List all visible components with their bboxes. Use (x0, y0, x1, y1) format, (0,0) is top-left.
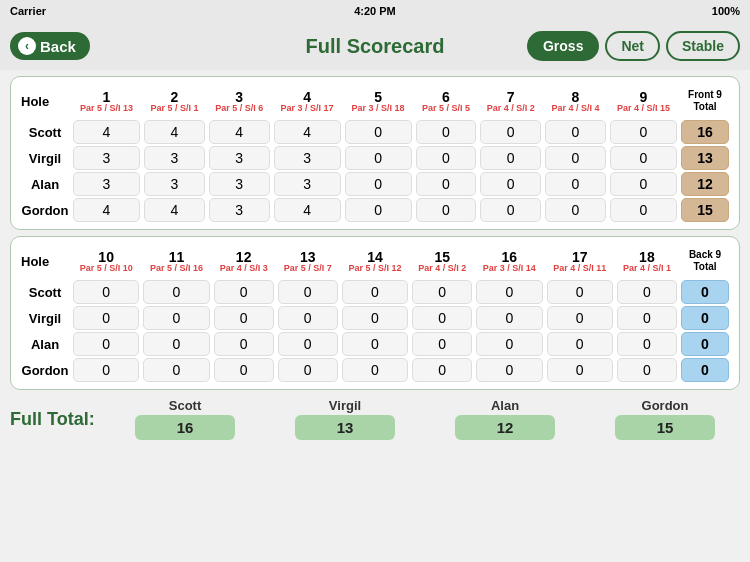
back9-gordon-h15[interactable]: 0 (410, 357, 474, 383)
back9-scott-h16[interactable]: 0 (474, 279, 544, 305)
back9-alan-h12[interactable]: 0 (212, 331, 276, 357)
front9-alan-h1[interactable]: 3 (71, 171, 142, 197)
front9-alan-h2[interactable]: 3 (142, 171, 207, 197)
back9-gordon-h18[interactable]: 0 (615, 357, 679, 383)
header: ‹ Back Full Scorecard Gross Net Stable (0, 22, 750, 70)
hole-col-header: Hole (19, 83, 71, 119)
back9-alan-h13[interactable]: 0 (276, 331, 340, 357)
back-arrow-icon: ‹ (18, 37, 36, 55)
front9-virgil-h6[interactable]: 0 (414, 145, 479, 171)
back9-scott-h18[interactable]: 0 (615, 279, 679, 305)
back-button[interactable]: ‹ Back (10, 32, 90, 60)
back9-scott-h12[interactable]: 0 (212, 279, 276, 305)
back9-gordon-h13[interactable]: 0 (276, 357, 340, 383)
hole-13-header: 13Par 5 / S/I 7 (276, 243, 340, 279)
front9-gordon-h1[interactable]: 4 (71, 197, 142, 223)
back9-virgil-h18[interactable]: 0 (615, 305, 679, 331)
front9-scott-h9[interactable]: 0 (608, 119, 679, 145)
back9-alan-h14[interactable]: 0 (340, 331, 410, 357)
front9-alan-total: 12 (679, 171, 731, 197)
front9-gordon-h2[interactable]: 4 (142, 197, 207, 223)
front9-alan-h9[interactable]: 0 (608, 171, 679, 197)
front9-virgil-h3[interactable]: 3 (207, 145, 272, 171)
back9-scott-h15[interactable]: 0 (410, 279, 474, 305)
front9-gordon-h3[interactable]: 3 (207, 197, 272, 223)
back9-virgil-h13[interactable]: 0 (276, 305, 340, 331)
scott-total-name: Scott (169, 398, 202, 413)
front9-virgil-h1[interactable]: 3 (71, 145, 142, 171)
stable-button[interactable]: Stable (666, 31, 740, 61)
back9-scott-h13[interactable]: 0 (276, 279, 340, 305)
back9-scott-h17[interactable]: 0 (545, 279, 615, 305)
front9-scott-h5[interactable]: 0 (343, 119, 414, 145)
front9-scott-h1[interactable]: 4 (71, 119, 142, 145)
front9-scott-h3[interactable]: 4 (207, 119, 272, 145)
back9-gordon-h10[interactable]: 0 (71, 357, 141, 383)
back9-hole-col-header: Hole (19, 243, 71, 279)
virgil-total-score: 13 (295, 415, 395, 440)
front9-gordon-h6[interactable]: 0 (414, 197, 479, 223)
scott-full-total: Scott 16 (135, 398, 235, 440)
back9-virgil-h15[interactable]: 0 (410, 305, 474, 331)
front9-virgil-total: 13 (679, 145, 731, 171)
front9-gordon-h5[interactable]: 0 (343, 197, 414, 223)
back9-alan-h18[interactable]: 0 (615, 331, 679, 357)
front9-gordon-name: Gordon (19, 197, 71, 223)
back9-virgil-h10[interactable]: 0 (71, 305, 141, 331)
back9-alan-h11[interactable]: 0 (141, 331, 211, 357)
front9-gordon-total: 15 (679, 197, 731, 223)
front9-virgil-h2[interactable]: 3 (142, 145, 207, 171)
back9-gordon-name: Gordon (19, 357, 71, 383)
back9-scott-h11[interactable]: 0 (141, 279, 211, 305)
back9-virgil-h16[interactable]: 0 (474, 305, 544, 331)
back9-gordon-row: Gordon 0 0 0 0 0 0 0 0 0 0 (19, 357, 731, 383)
back9-alan-h17[interactable]: 0 (545, 331, 615, 357)
hole-5-header: 5Par 3 / S/I 18 (343, 83, 414, 119)
front9-scott-h7[interactable]: 0 (478, 119, 543, 145)
gross-button[interactable]: Gross (527, 31, 599, 61)
front9-alan-h7[interactable]: 0 (478, 171, 543, 197)
front9-alan-h6[interactable]: 0 (414, 171, 479, 197)
back9-header-row: Hole 10Par 5 / S/I 10 11Par 5 / S/I 16 1… (19, 243, 731, 279)
front9-gordon-h9[interactable]: 0 (608, 197, 679, 223)
front9-virgil-h7[interactable]: 0 (478, 145, 543, 171)
front9-scott-h6[interactable]: 0 (414, 119, 479, 145)
front9-virgil-name: Virgil (19, 145, 71, 171)
front9-gordon-h4[interactable]: 4 (272, 197, 343, 223)
hole-10-header: 10Par 5 / S/I 10 (71, 243, 141, 279)
back9-scott-h14[interactable]: 0 (340, 279, 410, 305)
front9-scott-h2[interactable]: 4 (142, 119, 207, 145)
alan-full-total: Alan 12 (455, 398, 555, 440)
back9-virgil-h14[interactable]: 0 (340, 305, 410, 331)
back9-gordon-h11[interactable]: 0 (141, 357, 211, 383)
back9-virgil-h17[interactable]: 0 (545, 305, 615, 331)
front9-scott-name: Scott (19, 119, 71, 145)
front9-scott-h4[interactable]: 4 (272, 119, 343, 145)
back9-alan-h15[interactable]: 0 (410, 331, 474, 357)
back9-gordon-h17[interactable]: 0 (545, 357, 615, 383)
back9-alan-row: Alan 0 0 0 0 0 0 0 0 0 0 (19, 331, 731, 357)
front9-gordon-h7[interactable]: 0 (478, 197, 543, 223)
front9-alan-h8[interactable]: 0 (543, 171, 608, 197)
back9-gordon-h14[interactable]: 0 (340, 357, 410, 383)
net-button[interactable]: Net (605, 31, 660, 61)
back9-alan-total: 0 (679, 331, 731, 357)
back9-virgil-h12[interactable]: 0 (212, 305, 276, 331)
back9-gordon-h16[interactable]: 0 (474, 357, 544, 383)
front9-virgil-h9[interactable]: 0 (608, 145, 679, 171)
front9-alan-h4[interactable]: 3 (272, 171, 343, 197)
front9-gordon-h8[interactable]: 0 (543, 197, 608, 223)
back9-virgil-h11[interactable]: 0 (141, 305, 211, 331)
back9-alan-h10[interactable]: 0 (71, 331, 141, 357)
front9-virgil-h5[interactable]: 0 (343, 145, 414, 171)
front9-virgil-h4[interactable]: 3 (272, 145, 343, 171)
back9-gordon-total: 0 (679, 357, 731, 383)
front9-scott-h8[interactable]: 0 (543, 119, 608, 145)
back9-gordon-h12[interactable]: 0 (212, 357, 276, 383)
back9-scott-h10[interactable]: 0 (71, 279, 141, 305)
front9-alan-h5[interactable]: 0 (343, 171, 414, 197)
back9-alan-h16[interactable]: 0 (474, 331, 544, 357)
hole-9-header: 9Par 4 / S/I 15 (608, 83, 679, 119)
front9-alan-h3[interactable]: 3 (207, 171, 272, 197)
front9-virgil-h8[interactable]: 0 (543, 145, 608, 171)
